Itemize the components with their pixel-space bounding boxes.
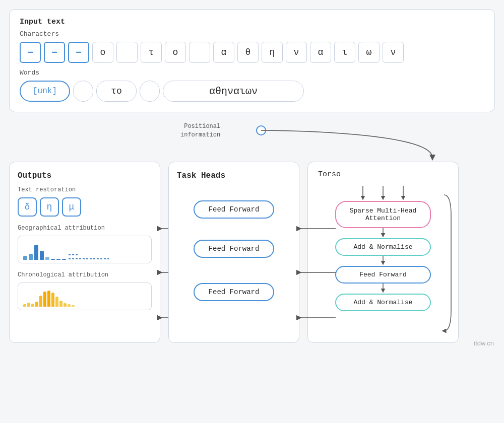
rest-char-eta: η	[40, 197, 59, 217]
word-empty2	[140, 81, 160, 102]
char-dash1: –	[20, 42, 41, 63]
char-empty2	[189, 42, 210, 63]
add-norm-2-box: Add & Normalise	[335, 294, 431, 311]
char-o2: ο	[165, 42, 186, 63]
positional-label: Positionalinformation	[180, 122, 220, 139]
positional-arrow-svg	[9, 117, 504, 163]
torso-ff-box: Feed Forward	[335, 266, 431, 284]
task-ff-3: Feed Forward	[194, 283, 274, 301]
word-to: τo	[96, 81, 137, 102]
positional-area: Positionalinformation	[9, 117, 495, 158]
char-tau: τ	[141, 42, 162, 63]
torso-panel: Torso Sparse Multi-HeadAttention	[307, 162, 459, 343]
sparse-attn-box: Sparse Multi-HeadAttention	[335, 201, 431, 228]
chron-bar-box	[18, 283, 152, 310]
torso-arr3-svg	[333, 284, 433, 294]
word-athenaion: αθηναιων	[163, 81, 304, 102]
char-eta: η	[262, 42, 283, 63]
input-text-box: Input text Characters – – – ο τ ο α θ η …	[9, 9, 495, 112]
geo-bar-box	[18, 236, 152, 263]
task-ff-2: Feed Forward	[194, 240, 274, 258]
lower-wrapper: Outputs Text restoration δ η μ Geographi…	[9, 162, 495, 343]
chron-label: Chronological attribution	[18, 271, 152, 278]
rest-char-delta: δ	[18, 197, 37, 217]
char-nu: ν	[286, 42, 307, 63]
char-alpha2: α	[310, 42, 331, 63]
torso-inner: Sparse Multi-HeadAttention Add & Normali…	[318, 186, 448, 311]
task-heads-title: Task Heads	[177, 171, 225, 180]
char-iota: ι	[334, 42, 355, 63]
char-alpha: α	[213, 42, 234, 63]
word-empty1	[73, 81, 93, 102]
char-nu2: ν	[383, 42, 404, 63]
task-heads-panel: Task Heads Feed Forward Feed Forward Fee…	[168, 162, 299, 343]
positional-circle	[256, 125, 266, 135]
char-empty1	[116, 42, 138, 63]
lower-section: Outputs Text restoration δ η μ Geographi…	[9, 162, 495, 343]
text-restoration-row: δ η μ	[18, 197, 152, 217]
text-restoration-label: Text restoration	[18, 186, 152, 193]
rest-char-mu: μ	[62, 197, 81, 217]
input-text-title: Input text	[20, 18, 484, 26]
char-omega: ω	[358, 42, 380, 63]
char-dash2: –	[44, 42, 65, 63]
word-unk: [unk]	[20, 81, 70, 102]
words-label: Words	[20, 69, 484, 77]
chars-label: Characters	[20, 30, 484, 38]
geo-label: Geographical attribution	[18, 225, 152, 232]
outputs-panel: Outputs Text restoration δ η μ Geographi…	[9, 162, 160, 343]
characters-row: – – – ο τ ο α θ η ν α ι ω ν	[20, 42, 484, 63]
char-theta: θ	[237, 42, 259, 63]
words-row: [unk] τo αθηναιων	[20, 81, 484, 102]
torso-top-arrows-svg	[333, 186, 433, 201]
geo-dashes-svg	[69, 240, 109, 260]
task-ff-1: Feed Forward	[194, 200, 274, 219]
torso-arr1-svg	[333, 228, 433, 238]
torso-arr2-svg	[333, 256, 433, 266]
outputs-title: Outputs	[18, 171, 152, 180]
watermark: itdw.cn	[474, 339, 494, 347]
torso-bracket-svg	[440, 190, 455, 336]
char-o1: ο	[92, 42, 113, 63]
char-dash3: –	[68, 42, 89, 63]
add-norm-1-box: Add & Normalise	[335, 238, 431, 256]
torso-title: Torso	[318, 170, 448, 179]
